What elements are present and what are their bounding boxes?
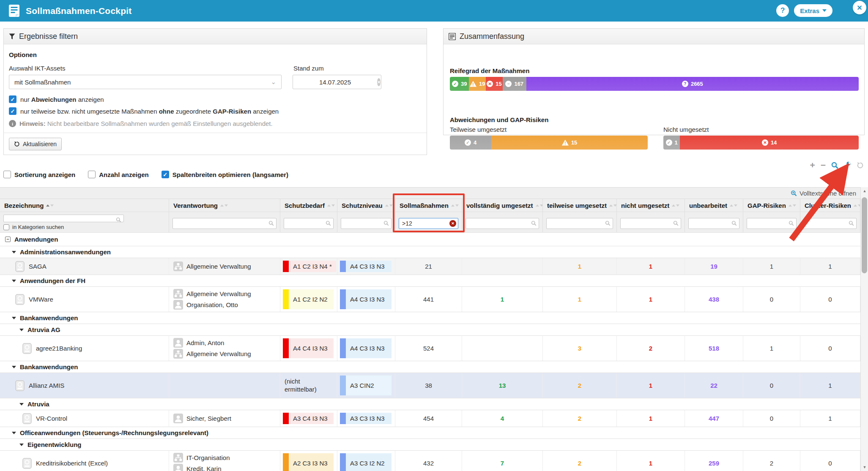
sort-asc-icon[interactable] xyxy=(385,204,389,207)
triangle-down-icon[interactable] xyxy=(12,432,16,434)
wrench-icon[interactable] xyxy=(844,162,851,169)
table-row[interactable]: agree21BankingAdmin, AntonAllgemeine Ver… xyxy=(0,336,860,361)
table-group-row[interactable]: Bankanwendungen xyxy=(0,361,860,373)
column-header-bez[interactable]: Bezeichnung xyxy=(0,199,169,212)
column-header-gap[interactable]: GAP-Risiken xyxy=(743,199,800,212)
fulltext-search-link[interactable]: Volltextsuche öffnen xyxy=(0,188,860,199)
clear-filter-icon[interactable]: ✕ xyxy=(449,220,456,227)
checkbox-unchecked-icon[interactable] xyxy=(88,171,96,178)
sort-icons[interactable] xyxy=(672,204,679,207)
checkbox-unchecked-icon[interactable] xyxy=(3,224,9,230)
checkbox-checked-icon[interactable]: ✓ xyxy=(9,95,16,103)
checkbox-checked-icon[interactable]: ✓ xyxy=(162,171,169,178)
kategorien-checkbox[interactable]: in Kategorien suchen xyxy=(3,224,165,230)
sort-desc-icon[interactable] xyxy=(389,204,393,207)
table-row[interactable]: VR-ControlSicher, SiegbertA3 C4 I3 N3A3 … xyxy=(0,410,860,427)
extras-button[interactable]: Extras xyxy=(794,4,832,17)
spaltenbreiten-checkbox[interactable]: ✓Spaltenbreiten optimieren (langsamer) xyxy=(162,171,288,178)
checkbox-unchecked-icon[interactable] xyxy=(3,171,11,178)
sort-icons[interactable] xyxy=(536,204,543,207)
sort-asc-icon[interactable] xyxy=(220,204,224,207)
table-group-row[interactable]: Bankanwendungen xyxy=(0,312,860,324)
column-header-nicht[interactable]: nicht umgesetzt xyxy=(617,199,685,212)
sort-asc-icon[interactable] xyxy=(789,204,792,207)
column-header-sb[interactable]: Schutzbedarf xyxy=(280,199,337,212)
clear-date-icon[interactable]: ✕ xyxy=(377,78,381,86)
table-row[interactable]: SAGAAllgemeine VerwaltungA1 C2 I3 N4 *A4… xyxy=(0,258,860,275)
sort-asc-icon[interactable] xyxy=(451,204,455,207)
sort-icons[interactable] xyxy=(609,204,617,207)
triangle-down-icon[interactable] xyxy=(12,317,16,319)
column-header-resp[interactable]: Verantwortung xyxy=(169,199,280,212)
sort-icons[interactable] xyxy=(220,204,228,207)
sort-icons[interactable] xyxy=(451,204,459,207)
triangle-down-icon[interactable] xyxy=(12,366,16,368)
column-header-teil[interactable]: teilweise umgesetzt xyxy=(543,199,617,212)
column-header-sn[interactable]: Schutzniveau xyxy=(337,199,395,212)
scrollbar-thumb[interactable] xyxy=(862,197,867,273)
close-button[interactable]: ✕ xyxy=(853,1,866,14)
sort-icons[interactable] xyxy=(789,204,796,207)
table-group-row[interactable]: Anwendungen der FH xyxy=(0,275,860,287)
sort-asc-icon[interactable] xyxy=(327,204,331,207)
sort-desc-icon[interactable] xyxy=(793,204,796,207)
column-header-soll[interactable]: Sollmaßnahmen xyxy=(395,199,462,212)
table-row[interactable]: VMWareAllgemeine VerwaltungOrganisation,… xyxy=(0,287,860,312)
column-header-cluster[interactable]: Cluster-Risiken xyxy=(800,199,860,212)
expand-all-icon[interactable]: + xyxy=(810,161,815,169)
sort-asc-icon[interactable] xyxy=(609,204,613,207)
scroll-up-icon[interactable]: ▲ xyxy=(861,187,868,195)
aktualisieren-button[interactable]: Aktualisieren xyxy=(9,138,62,150)
table-group-row[interactable]: Eigenentwicklung xyxy=(0,439,860,451)
sort-asc-icon[interactable] xyxy=(854,204,857,207)
ikt-assets-select[interactable]: mit Sollmaßnahmen ⌄ xyxy=(9,75,282,89)
triangle-down-icon[interactable] xyxy=(12,280,16,282)
sort-desc-icon[interactable] xyxy=(331,204,335,207)
bezeichnung-cell[interactable]: agree21Banking xyxy=(0,336,169,361)
bezeichnung-cell[interactable]: Allianz AMIS xyxy=(0,373,169,398)
sort-desc-icon[interactable] xyxy=(455,204,459,207)
table-group-row[interactable]: Administrationsanwendungen xyxy=(0,246,860,258)
sort-desc-icon[interactable] xyxy=(676,204,679,207)
gap-risiken-checkbox-row[interactable]: ✓ nur teilweise bzw. nicht umgesetzte Ma… xyxy=(9,107,279,115)
bezeichnung-cell[interactable]: Kreditrisikobericht (Excel) xyxy=(0,451,169,471)
triangle-down-icon[interactable] xyxy=(12,251,16,253)
sort-asc-icon[interactable] xyxy=(672,204,675,207)
filter-input-teil[interactable] xyxy=(546,218,613,229)
sort-icons[interactable] xyxy=(854,204,860,207)
triangle-down-icon[interactable] xyxy=(19,444,24,446)
table-row[interactable]: Kreditrisikobericht (Excel)IT-Organisati… xyxy=(0,451,860,471)
help-button[interactable]: ? xyxy=(776,4,789,17)
table-group-row[interactable]: Officeanwendungen (Steuerungs-/Rechnungs… xyxy=(0,427,860,439)
abweichungen-checkbox-row[interactable]: ✓ nur Abweichungen anzeigen xyxy=(9,95,104,103)
scroll-down-icon[interactable]: ▼ xyxy=(861,463,868,471)
table-group-row[interactable]: Atruvia AG xyxy=(0,324,860,336)
sort-asc-icon[interactable] xyxy=(536,204,539,207)
sort-desc-icon[interactable] xyxy=(50,204,54,207)
filter-input-nicht[interactable] xyxy=(620,218,681,229)
table-group-row[interactable]: −Anwendungen xyxy=(0,233,860,246)
sort-icons[interactable] xyxy=(327,204,335,207)
table-row[interactable]: Allianz AMIS(nicht ermittelbar)A3 CIN238… xyxy=(0,373,860,398)
sort-icons[interactable] xyxy=(46,204,54,207)
anzahl-checkbox[interactable]: Anzahl anzeigen xyxy=(88,171,149,178)
sort-asc-icon[interactable] xyxy=(46,204,49,207)
sort-icons[interactable] xyxy=(730,204,737,207)
bezeichnung-cell[interactable]: VR-Control xyxy=(0,410,169,427)
column-header-voll[interactable]: vollständig umgesetzt xyxy=(462,199,543,212)
refresh-icon[interactable] xyxy=(857,162,864,169)
table-group-row[interactable]: Atruvia xyxy=(0,398,860,410)
filter-input-bez[interactable] xyxy=(3,215,124,222)
triangle-down-icon[interactable] xyxy=(19,329,24,331)
sort-asc-icon[interactable] xyxy=(730,204,733,207)
sort-icons[interactable] xyxy=(385,204,393,207)
sort-desc-icon[interactable] xyxy=(613,204,617,207)
checkbox-checked-icon[interactable]: ✓ xyxy=(9,107,16,115)
bezeichnung-cell[interactable]: SAGA xyxy=(0,258,169,275)
sortierung-checkbox[interactable]: Sortierung anzeigen xyxy=(3,171,75,178)
sort-desc-icon[interactable] xyxy=(540,204,543,207)
column-header-unbearb[interactable]: unbearbeitet xyxy=(685,199,743,212)
bezeichnung-cell[interactable]: VMWare xyxy=(0,287,169,312)
filter-input-voll[interactable] xyxy=(465,218,539,229)
sort-desc-icon[interactable] xyxy=(734,204,737,207)
